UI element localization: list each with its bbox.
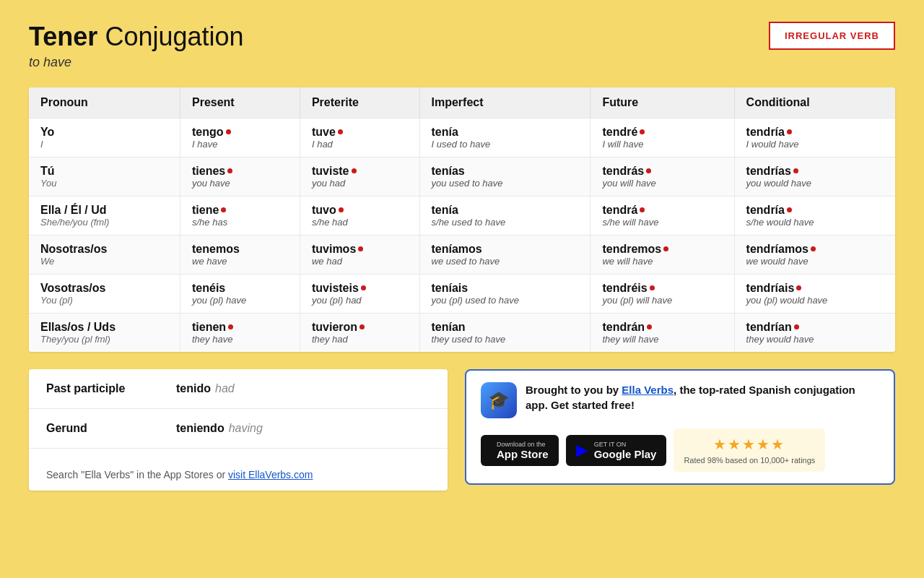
irregular-dot	[646, 168, 651, 173]
col-imperfect: Imperfect	[419, 87, 590, 118]
pronoun-cell-0: YoI	[29, 118, 180, 158]
table-row: Ellas/os / UdsThey/you (pl fml)tienenthe…	[29, 314, 895, 353]
gerund-value: teniendohaving	[176, 422, 263, 435]
rating-text: Rated 98% based on 10,000+ ratings	[684, 456, 815, 465]
irregular-dot	[640, 207, 645, 212]
page-header: Tener Conjugation to have IRREGULAR VERB	[29, 22, 895, 70]
page-title: Tener Conjugation	[29, 22, 244, 52]
promo-buttons: Download on the App Store ▶ GET IT ON Go…	[481, 428, 879, 472]
conditional-cell-3: tendríamoswe would have	[734, 236, 895, 275]
imperfect-cell-5: teníanthey used to have	[419, 314, 590, 353]
irregular-dot	[647, 324, 652, 329]
future-cell-3: tendremoswe will have	[590, 236, 734, 275]
irregular-dot	[796, 285, 801, 290]
imperfect-cell-0: teníaI used to have	[419, 118, 590, 158]
future-cell-4: tendréisyou (pl) will have	[590, 275, 734, 314]
irregular-dot	[811, 246, 816, 251]
present-cell-4: tenéisyou (pl) have	[180, 275, 300, 314]
verb-translation: to have	[29, 55, 244, 70]
bottom-section: Past participle tenidohad Gerund teniend…	[29, 369, 895, 491]
gerund-row: Gerund teniendohaving	[29, 409, 448, 449]
search-line: Search "Ella Verbs" in the App Stores or…	[46, 469, 430, 480]
irregular-dot	[339, 207, 344, 212]
past-participle-value: tenidohad	[176, 382, 235, 395]
table-row: Vosotras/osYou (pl)tenéisyou (pl) havetu…	[29, 275, 895, 314]
pronoun-cell-5: Ellas/os / UdsThey/you (pl fml)	[29, 314, 180, 353]
search-line-wrapper: Search "Ella Verbs" in the App Stores or…	[29, 449, 448, 491]
imperfect-cell-2: tenías/he used to have	[419, 197, 590, 236]
app-store-button[interactable]: Download on the App Store	[481, 435, 559, 466]
pronoun-cell-1: TúYou	[29, 158, 180, 197]
irregular-dot	[650, 285, 655, 290]
irregular-dot	[361, 285, 366, 290]
preterite-cell-2: tuvos/he had	[300, 197, 419, 236]
future-cell-5: tendránthey will have	[590, 314, 734, 353]
col-preterite: Preterite	[300, 87, 419, 118]
irregular-dot	[793, 168, 798, 173]
pronoun-cell-2: Ella / Él / UdShe/he/you (fml)	[29, 197, 180, 236]
col-conditional: Conditional	[734, 87, 895, 118]
preterite-cell-0: tuveI had	[300, 118, 419, 158]
irregular-dot	[358, 246, 363, 251]
preterite-cell-1: tuvisteyou had	[300, 158, 419, 197]
past-participle-label: Past participle	[46, 382, 176, 395]
present-cell-1: tienesyou have	[180, 158, 300, 197]
present-cell-3: tenemoswe have	[180, 236, 300, 275]
rating-stars: ★★★★★	[713, 436, 785, 453]
table-row: Nosotras/osWetenemoswe havetuvimoswe had…	[29, 236, 895, 275]
participle-table: Past participle tenidohad Gerund teniend…	[29, 369, 448, 491]
preterite-cell-3: tuvimoswe had	[300, 236, 419, 275]
rating-box: ★★★★★ Rated 98% based on 10,000+ ratings	[674, 428, 825, 472]
pronoun-cell-4: Vosotras/osYou (pl)	[29, 275, 180, 314]
imperfect-cell-1: teníasyou used to have	[419, 158, 590, 197]
present-cell-5: tienenthey have	[180, 314, 300, 353]
col-present: Present	[180, 87, 300, 118]
irregular-dot	[226, 129, 231, 134]
google-play-icon: ▶	[576, 441, 588, 460]
conditional-cell-2: tendrías/he would have	[734, 197, 895, 236]
irregular-dot	[338, 129, 343, 134]
title-rest: Conjugation	[97, 22, 243, 51]
irregular-dot	[352, 168, 357, 173]
imperfect-cell-4: teníaisyou (pl) used to have	[419, 275, 590, 314]
irregular-dot	[794, 324, 799, 329]
google-play-button[interactable]: ▶ GET IT ON Google Play	[566, 435, 667, 466]
conditional-cell-1: tendríasyou would have	[734, 158, 895, 197]
appstore-text: Download on the App Store	[497, 441, 549, 460]
app-icon: 🎓	[481, 382, 517, 418]
conditional-cell-4: tendríaisyou (pl) would have	[734, 275, 895, 314]
present-cell-0: tengoI have	[180, 118, 300, 158]
verb-name: Tener	[29, 22, 97, 51]
app-promo: 🎓 Brought to you by Ella Verbs, the top-…	[465, 369, 895, 485]
col-future: Future	[590, 87, 734, 118]
irregular-dot	[663, 246, 668, 251]
conjugation-table: Pronoun Present Preterite Imperfect Futu…	[29, 87, 895, 352]
preterite-cell-5: tuvieronthey had	[300, 314, 419, 353]
present-cell-2: tienes/he has	[180, 197, 300, 236]
preterite-cell-4: tuvisteisyou (pl) had	[300, 275, 419, 314]
table-row: Ella / Él / UdShe/he/you (fml)tienes/he …	[29, 197, 895, 236]
promo-top: 🎓 Brought to you by Ella Verbs, the top-…	[481, 382, 879, 418]
ella-verbs-promo-link[interactable]: Ella Verbs	[622, 384, 674, 396]
pronoun-cell-3: Nosotras/osWe	[29, 236, 180, 275]
past-participle-row: Past participle tenidohad	[29, 369, 448, 409]
irregular-dot	[221, 207, 226, 212]
gerund-label: Gerund	[46, 422, 176, 435]
table-row: YoItengoI havetuveI hadteníaI used to ha…	[29, 118, 895, 158]
irregular-dot	[359, 324, 365, 329]
irregular-dot	[227, 168, 232, 173]
table-row: TúYoutienesyou havetuvisteyou hadteníasy…	[29, 158, 895, 197]
irregular-dot	[640, 129, 645, 134]
irregular-badge: IRREGULAR VERB	[769, 22, 895, 50]
title-block: Tener Conjugation to have	[29, 22, 244, 70]
irregular-dot	[787, 207, 792, 212]
col-pronoun: Pronoun	[29, 87, 180, 118]
ella-verbs-link[interactable]: visit EllaVerbs.com	[228, 469, 313, 480]
conditional-cell-5: tendríanthey would have	[734, 314, 895, 353]
irregular-dot	[787, 129, 792, 134]
imperfect-cell-3: teníamoswe used to have	[419, 236, 590, 275]
irregular-dot	[228, 324, 233, 329]
googleplay-text: GET IT ON Google Play	[594, 441, 657, 460]
future-cell-1: tendrásyou will have	[590, 158, 734, 197]
future-cell-2: tendrás/he will have	[590, 197, 734, 236]
